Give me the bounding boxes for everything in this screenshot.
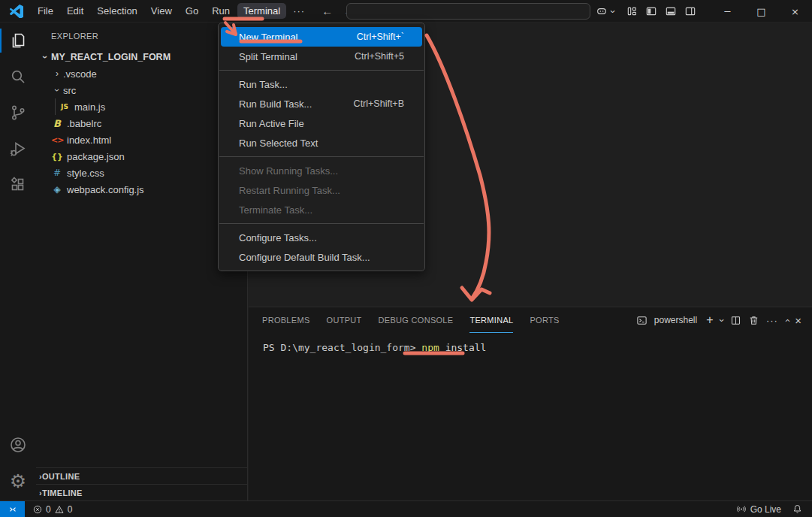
menubar-item-file[interactable]: File bbox=[32, 3, 59, 19]
new-terminal-plus-icon[interactable]: + bbox=[706, 313, 713, 327]
menu-item-run-selected-text[interactable]: Run Selected Text bbox=[221, 133, 422, 153]
terminal-command-npm: npm bbox=[421, 342, 439, 353]
window-minimize-button[interactable]: ─ bbox=[711, 0, 744, 23]
tree-folder-vscode[interactable]: › .vscode bbox=[36, 65, 247, 82]
tree-file-mainjs[interactable]: JS main.js bbox=[36, 98, 247, 115]
tree-folder-src[interactable]: › src bbox=[36, 82, 247, 98]
menu-item-configure-default-build-task[interactable]: Configure Default Build Task... bbox=[221, 247, 422, 267]
menubar-item-go[interactable]: Go bbox=[180, 3, 204, 19]
toggle-panel-icon[interactable] bbox=[661, 0, 681, 23]
run-debug-icon[interactable] bbox=[0, 131, 36, 167]
go-live-button[interactable]: Go Live bbox=[736, 504, 781, 515]
menu-item-run-build-task[interactable]: Run Build Task...Ctrl+Shift+B bbox=[221, 94, 422, 113]
menu-item-show-running-tasks: Show Running Tasks... bbox=[221, 161, 422, 180]
tab-output[interactable]: OUTPUT bbox=[327, 307, 362, 333]
js-file-icon: JS bbox=[59, 103, 71, 110]
terminal-prompt: PS D:\my_react_login_form> bbox=[263, 342, 416, 353]
css-file-icon: # bbox=[51, 168, 63, 178]
tree-file-webpackconfig[interactable]: ◈ webpack.config.js bbox=[36, 181, 247, 198]
customize-layout-icon[interactable] bbox=[622, 0, 641, 23]
menubar-item-view[interactable]: View bbox=[145, 3, 178, 19]
powershell-terminal-icon bbox=[636, 315, 647, 326]
error-icon bbox=[32, 504, 43, 515]
terminal-command-install: install bbox=[445, 342, 487, 353]
tree-file-packagejson[interactable]: {} package.json bbox=[36, 148, 247, 165]
activity-bar: ⚙ bbox=[0, 23, 36, 500]
titlebar: File Edit Selection View Go Run Terminal… bbox=[0, 0, 812, 23]
chevron-right-icon: › bbox=[51, 68, 63, 79]
search-icon[interactable] bbox=[0, 59, 36, 95]
toggle-primary-sidebar-icon[interactable] bbox=[641, 0, 661, 23]
notifications-bell-icon[interactable] bbox=[792, 503, 803, 515]
menubar-item-selection[interactable]: Selection bbox=[91, 3, 143, 19]
kill-terminal-trash-icon[interactable] bbox=[748, 315, 759, 326]
shell-name-label[interactable]: powershell bbox=[654, 315, 697, 325]
tab-ports[interactable]: PORTS bbox=[530, 307, 559, 333]
explorer-sidebar: EXPLORER › MY_REACT_LOGIN_FORM › .vscode… bbox=[36, 23, 248, 500]
menu-separator bbox=[219, 156, 424, 157]
menu-item-new-terminal[interactable]: New TerminalCtrl+Shift+` bbox=[221, 27, 422, 47]
timeline-section-header[interactable]: › TIMELINE bbox=[36, 484, 248, 500]
tab-debug-console[interactable]: DEBUG CONSOLE bbox=[379, 307, 454, 333]
webpack-file-icon: ◈ bbox=[51, 184, 63, 195]
html-file-icon: <> bbox=[51, 135, 63, 145]
menubar-item-terminal[interactable]: Terminal bbox=[237, 3, 286, 19]
copilot-chevron-down-icon[interactable]: › bbox=[607, 10, 618, 13]
warning-icon bbox=[54, 504, 65, 515]
json-file-icon: {} bbox=[51, 152, 63, 162]
toggle-secondary-sidebar-icon[interactable] bbox=[681, 0, 700, 23]
chevron-down-icon: › bbox=[52, 84, 62, 96]
extensions-icon[interactable] bbox=[0, 167, 36, 203]
command-center-search[interactable] bbox=[346, 3, 590, 20]
window-close-button[interactable]: × bbox=[778, 0, 812, 23]
account-icon[interactable] bbox=[0, 427, 36, 463]
maximize-panel-chevron-icon[interactable]: › bbox=[781, 319, 792, 322]
menubar-more-icon[interactable]: ··· bbox=[287, 3, 311, 19]
source-control-icon[interactable] bbox=[0, 95, 36, 131]
tree-file-stylecss[interactable]: # style.css bbox=[36, 165, 247, 181]
chevron-down-icon: › bbox=[40, 51, 50, 63]
menu-item-configure-tasks[interactable]: Configure Tasks... bbox=[221, 228, 422, 247]
menubar-item-run[interactable]: Run bbox=[206, 3, 236, 19]
panel-more-actions-icon[interactable]: ··· bbox=[766, 315, 778, 326]
window-maximize-button[interactable]: □ bbox=[744, 0, 778, 23]
error-count: 0 bbox=[46, 504, 51, 515]
problems-status[interactable]: 0 0 bbox=[32, 504, 72, 515]
outline-section-header[interactable]: › OUTLINE bbox=[36, 467, 248, 484]
bottom-panel: PROBLEMS OUTPUT DEBUG CONSOLE TERMINAL P… bbox=[249, 307, 812, 500]
status-bar: 0 0 Go Live bbox=[0, 500, 812, 517]
tab-problems[interactable]: PROBLEMS bbox=[262, 307, 310, 333]
menu-separator bbox=[219, 70, 424, 71]
indent-guide bbox=[55, 98, 56, 115]
settings-gear-icon[interactable]: ⚙ bbox=[0, 463, 36, 499]
nav-back-icon[interactable]: ← bbox=[321, 5, 333, 17]
remote-indicator-icon[interactable] bbox=[0, 501, 25, 517]
launch-profile-chevron-icon[interactable]: › bbox=[716, 319, 727, 322]
split-terminal-icon[interactable] bbox=[730, 315, 741, 326]
explorer-icon[interactable] bbox=[0, 23, 36, 59]
terminal-menu-dropdown: New TerminalCtrl+Shift+` Split TerminalC… bbox=[218, 23, 425, 271]
tree-file-indexhtml[interactable]: <> index.html bbox=[36, 132, 247, 148]
vscode-window: File Edit Selection View Go Run Terminal… bbox=[0, 0, 812, 517]
terminal-output[interactable]: PS D:\my_react_login_form> npm install bbox=[249, 333, 812, 355]
menu-item-restart-running-task: Restart Running Task... bbox=[221, 180, 422, 200]
vscode-logo bbox=[10, 5, 23, 18]
tree-file-babelrc[interactable]: B .babelrc bbox=[36, 115, 247, 132]
tab-terminal[interactable]: TERMINAL bbox=[469, 307, 513, 333]
menu-separator bbox=[219, 223, 424, 224]
menu-item-terminate-task: Terminate Task... bbox=[221, 200, 422, 219]
close-panel-icon[interactable]: × bbox=[795, 314, 801, 327]
babel-file-icon: B bbox=[51, 118, 63, 129]
terminal-toolbar: powershell + › ··· › × bbox=[636, 307, 801, 333]
menu-item-run-active-file[interactable]: Run Active File bbox=[221, 113, 422, 133]
warning-count: 0 bbox=[68, 504, 73, 515]
broadcast-icon bbox=[736, 504, 747, 515]
menubar-item-edit[interactable]: Edit bbox=[61, 3, 89, 19]
menu-item-split-terminal[interactable]: Split TerminalCtrl+Shift+5 bbox=[221, 47, 422, 66]
explorer-title: EXPLORER bbox=[36, 23, 247, 49]
menu-item-run-task[interactable]: Run Task... bbox=[221, 74, 422, 94]
tree-root-folder[interactable]: › MY_REACT_LOGIN_FORM bbox=[36, 49, 247, 65]
